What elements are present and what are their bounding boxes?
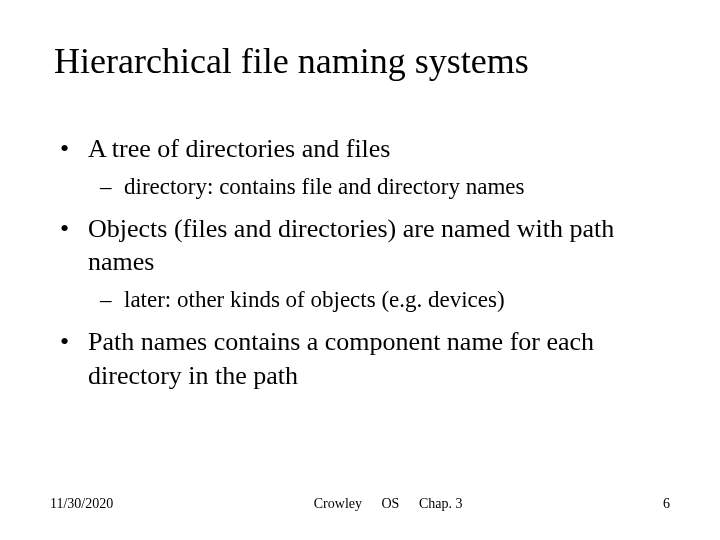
bullet-marker: • <box>60 325 88 393</box>
footer-course: OS <box>382 496 400 511</box>
footer-center: Crowley OS Chap. 3 <box>113 496 663 512</box>
dash-marker: – <box>100 172 124 202</box>
bullet-item: • A tree of directories and files <box>60 132 670 166</box>
bullet-text: A tree of directories and files <box>88 132 670 166</box>
dash-marker: – <box>100 285 124 315</box>
footer-author: Crowley <box>314 496 362 511</box>
slide-title: Hierarchical file naming systems <box>54 40 670 82</box>
bullet-text: Path names contains a component name for… <box>88 325 670 393</box>
bullet-item: • Path names contains a component name f… <box>60 325 670 393</box>
sub-bullet-item: – later: other kinds of objects (e.g. de… <box>100 285 670 315</box>
footer-page-number: 6 <box>663 496 670 512</box>
slide-footer: 11/30/2020 Crowley OS Chap. 3 6 <box>50 496 670 512</box>
bullet-item: • Objects (files and directories) are na… <box>60 212 670 280</box>
slide-content: • A tree of directories and files – dire… <box>50 132 670 393</box>
sub-bullet-text: later: other kinds of objects (e.g. devi… <box>124 285 670 315</box>
footer-date: 11/30/2020 <box>50 496 113 512</box>
footer-chapter: Chap. 3 <box>419 496 463 511</box>
bullet-text: Objects (files and directories) are name… <box>88 212 670 280</box>
bullet-marker: • <box>60 212 88 280</box>
sub-bullet-item: – directory: contains file and directory… <box>100 172 670 202</box>
bullet-marker: • <box>60 132 88 166</box>
sub-bullet-text: directory: contains file and directory n… <box>124 172 670 202</box>
